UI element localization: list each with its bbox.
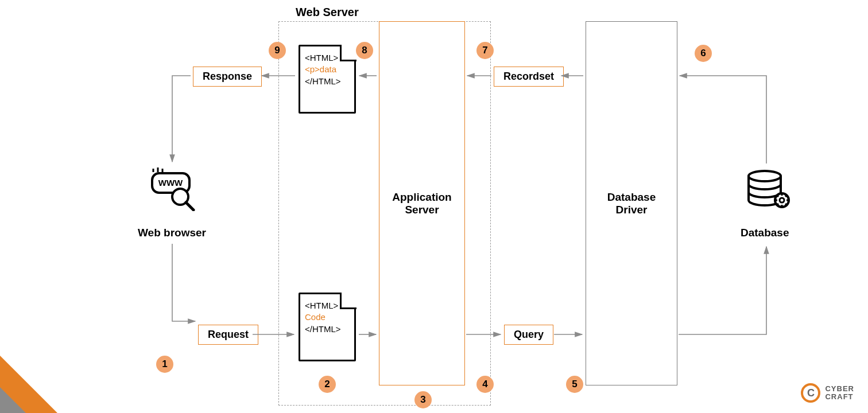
logo-letter: C	[807, 387, 815, 399]
step-badge-2: 2	[319, 376, 336, 393]
step-badge-3: 3	[414, 391, 432, 408]
query-box: Query	[504, 325, 553, 345]
response-box: Response	[193, 67, 262, 87]
doc-line: </HTML>	[305, 324, 350, 335]
doc-line: </HTML>	[305, 76, 350, 87]
html-doc-data: <HTML> <p>data </HTML>	[299, 45, 356, 114]
step-badge-9: 9	[269, 42, 286, 59]
application-server-label: Application Server	[392, 191, 451, 216]
logo-line2: CRAFT	[825, 393, 854, 401]
cybercraft-logo: C CYBER CRAFT	[801, 383, 854, 403]
request-box: Request	[198, 325, 258, 345]
svg-line-14	[785, 204, 787, 205]
svg-text:WWW: WWW	[158, 178, 183, 188]
web-server-title: Web Server	[296, 6, 359, 19]
accent-stripe-orange	[0, 287, 142, 413]
recordset-box: Recordset	[494, 67, 564, 87]
web-browser-icon: WWW	[149, 165, 200, 213]
step-badge-7: 7	[476, 42, 494, 59]
svg-line-13	[777, 195, 778, 197]
step-badge-6: 6	[695, 45, 712, 62]
database-driver-label: Database Driver	[607, 191, 656, 216]
step-badge-4: 4	[476, 376, 494, 393]
svg-line-6	[186, 202, 193, 210]
doc-line: <HTML>	[305, 52, 350, 64]
doc-line: <HTML>	[305, 300, 350, 311]
web-browser-label: Web browser	[138, 227, 206, 239]
svg-line-15	[777, 204, 778, 205]
logo-mark: C	[801, 383, 820, 403]
step-badge-1: 1	[156, 356, 173, 373]
doc-line-highlight: Code	[305, 311, 350, 323]
doc-line-highlight: <p>data	[305, 64, 350, 75]
svg-line-16	[785, 195, 787, 197]
step-badge-8: 8	[356, 42, 373, 59]
svg-point-7	[749, 171, 781, 181]
database-label: Database	[741, 227, 789, 239]
application-server-box: Application Server	[379, 21, 465, 385]
database-icon	[746, 169, 792, 216]
logo-line1: CYBER	[825, 385, 854, 393]
database-driver-box: Database Driver	[586, 21, 677, 385]
logo-text: CYBER CRAFT	[825, 385, 854, 402]
step-badge-5: 5	[566, 376, 583, 393]
html-doc-code: <HTML> Code </HTML>	[299, 293, 356, 361]
